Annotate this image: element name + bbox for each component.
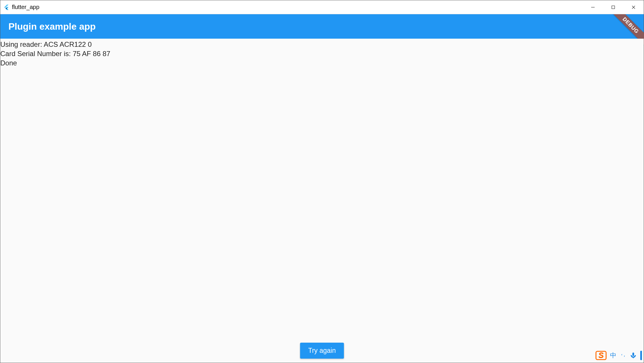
ime-partial-icon[interactable] bbox=[640, 351, 642, 360]
window-title: flutter_app bbox=[12, 4, 39, 10]
app-window: flutter_app Plugin example app DEBUG Usi… bbox=[0, 0, 644, 363]
output-line: Done bbox=[0, 58, 644, 68]
ime-punctuation-icon[interactable] bbox=[620, 352, 626, 359]
close-button[interactable] bbox=[623, 0, 644, 14]
sogou-ime-icon[interactable] bbox=[596, 350, 607, 361]
try-again-button[interactable]: Try again bbox=[300, 343, 344, 359]
svg-rect-1 bbox=[612, 6, 615, 9]
minimize-button[interactable] bbox=[583, 0, 603, 14]
output-line: Using reader: ACS ACR122 0 bbox=[0, 40, 644, 49]
output-text: Using reader: ACS ACR122 0 Card Serial N… bbox=[0, 39, 644, 68]
appbar: Plugin example app bbox=[0, 14, 644, 39]
titlebar-left: flutter_app bbox=[3, 4, 39, 10]
output-line: Card Serial Number is: 75 AF 86 87 bbox=[0, 49, 644, 58]
appbar-title: Plugin example app bbox=[8, 21, 96, 32]
flutter-icon bbox=[3, 4, 10, 10]
ime-language-indicator[interactable]: 中 bbox=[610, 351, 616, 360]
maximize-button[interactable] bbox=[603, 0, 623, 14]
content-area: Using reader: ACS ACR122 0 Card Serial N… bbox=[0, 39, 644, 363]
window-controls bbox=[583, 0, 644, 14]
window-titlebar: flutter_app bbox=[0, 0, 644, 14]
microphone-icon[interactable] bbox=[630, 352, 637, 359]
ime-toolbar: 中 bbox=[594, 348, 644, 363]
